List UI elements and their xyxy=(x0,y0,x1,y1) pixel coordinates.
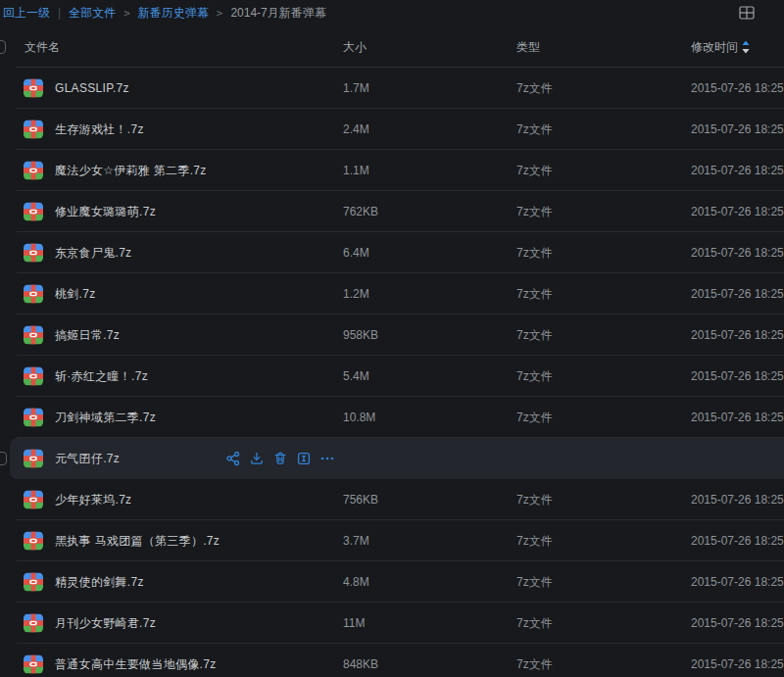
table-row[interactable]: 普通女高中生要做当地偶像.7z xyxy=(0,644,784,677)
table-row[interactable]: 斩·赤红之瞳！.7z xyxy=(0,356,784,397)
file-name[interactable]: 生存游戏社！.7z xyxy=(55,121,144,138)
archive-parcel-icon xyxy=(24,203,43,221)
file-type: 7z文件 xyxy=(516,245,553,262)
more-icon[interactable] xyxy=(319,451,335,466)
file-name[interactable]: 桃剑.7z xyxy=(55,286,96,303)
file-name[interactable]: 魔法少女☆伊莉雅 第二季.7z xyxy=(55,163,207,179)
file-modified: 2015-07-26 18:25 xyxy=(691,164,784,177)
archive-parcel-icon xyxy=(24,409,43,427)
row-checkbox[interactable] xyxy=(0,452,7,465)
file-list: GLASSLIP.7z xyxy=(0,68,784,677)
column-header-name[interactable]: 文件名 xyxy=(24,38,60,55)
file-type: 7z文件 xyxy=(516,368,553,385)
archive-parcel-icon xyxy=(24,244,43,263)
archive-parcel-icon xyxy=(24,285,43,304)
archive-parcel-icon xyxy=(24,655,43,674)
file-modified: 2015-07-26 18:25 xyxy=(691,534,784,548)
archive-parcel-icon xyxy=(24,162,43,180)
file-name[interactable]: 精灵使的剑舞.7z xyxy=(55,574,144,591)
file-name[interactable]: 元气囝仔.7z xyxy=(55,451,120,467)
file-size: 1.1M xyxy=(343,164,369,177)
file-name[interactable]: 修业魔女璐璐萌.7z xyxy=(55,204,156,220)
table-row[interactable]: 搞姬日常.7z xyxy=(0,314,784,356)
table-row[interactable]: 魔法少女☆伊莉雅 第二季.7z xyxy=(0,150,784,191)
file-modified: 2015-07-26 18:25 xyxy=(691,575,784,589)
table-row[interactable]: 东京食尸鬼.7z xyxy=(0,232,784,273)
download-icon[interactable] xyxy=(249,451,265,466)
breadcrumb-all-files[interactable]: 全部文件 xyxy=(69,5,116,22)
back-link[interactable]: 回上一级 xyxy=(3,5,50,22)
archive-parcel-icon xyxy=(24,573,43,592)
breadcrumb-divider: | xyxy=(58,6,61,20)
file-name[interactable]: 搞姬日常.7z xyxy=(55,327,120,344)
select-all-checkbox[interactable] xyxy=(0,40,6,54)
row-actions xyxy=(225,451,335,466)
file-modified: 2015-07-26 18:25 xyxy=(691,493,784,507)
archive-parcel-icon xyxy=(24,614,43,633)
file-name[interactable]: 普通女高中生要做当地偶像.7z xyxy=(55,656,217,673)
column-header-modified[interactable]: 修改时间 xyxy=(691,38,738,55)
file-size: 1.7M xyxy=(343,81,369,95)
file-size: 762KB xyxy=(343,205,378,218)
delete-icon[interactable] xyxy=(272,451,288,466)
file-name[interactable]: 刀剑神域第二季.7z xyxy=(55,410,156,426)
file-size: 4.8M xyxy=(343,575,369,589)
table-row[interactable]: 少年好莱坞.7z xyxy=(0,479,784,520)
file-type: 7z文件 xyxy=(516,163,553,179)
file-name[interactable]: 黑执事 马戏团篇（第三季）.7z xyxy=(55,533,220,550)
table-row[interactable]: 元气囝仔.7z xyxy=(0,438,784,479)
grid-view-icon[interactable] xyxy=(739,6,755,20)
file-size: 756KB xyxy=(343,493,378,507)
file-size: 5.4M xyxy=(343,369,369,383)
file-size: 3.7M xyxy=(343,534,369,548)
file-modified: 2015-07-26 18:25 xyxy=(691,369,784,383)
file-type: 7z文件 xyxy=(516,286,553,303)
file-modified: 2015-07-26 18:25 xyxy=(691,122,784,136)
file-type: 7z文件 xyxy=(516,492,553,508)
sort-arrows-icon[interactable] xyxy=(742,40,750,53)
file-name[interactable]: 东京食尸鬼.7z xyxy=(55,245,131,262)
rename-icon[interactable] xyxy=(296,451,312,466)
file-modified: 2015-07-26 18:25 xyxy=(691,287,784,301)
file-name[interactable]: 斩·赤红之瞳！.7z xyxy=(55,368,148,385)
file-type: 7z文件 xyxy=(516,533,553,550)
archive-parcel-icon xyxy=(24,121,43,139)
table-row[interactable]: 精灵使的剑舞.7z xyxy=(0,561,784,603)
file-modified: 2015-07-26 18:25 xyxy=(691,328,784,342)
file-name[interactable]: 少年好莱坞.7z xyxy=(55,492,131,508)
table-row[interactable]: GLASSLIP.7z xyxy=(0,68,784,109)
breadcrumb-caret-icon: > xyxy=(217,7,223,20)
breadcrumb-folder[interactable]: 新番历史弹幕 xyxy=(138,5,209,22)
breadcrumb-caret-icon: > xyxy=(123,7,130,20)
file-size: 6.4M xyxy=(343,246,369,260)
file-modified: 2015-07-26 18:25 xyxy=(691,205,784,218)
file-size: 11M xyxy=(343,616,365,630)
file-size: 2.4M xyxy=(343,122,369,136)
column-header-type[interactable]: 类型 xyxy=(516,38,540,55)
table-header: 文件名 大小 类型 修改时间 xyxy=(0,25,784,68)
file-size: 958KB xyxy=(343,328,378,342)
file-manager: 回上一级 | 全部文件 > 新番历史弹幕 > 2014-7月新番弹幕 文件名 大… xyxy=(0,0,784,677)
file-type: 7z文件 xyxy=(516,410,553,426)
table-row[interactable]: 刀剑神域第二季.7z xyxy=(0,397,784,438)
column-header-size[interactable]: 大小 xyxy=(343,38,367,55)
table-row[interactable]: 黑执事 马戏团篇（第三季）.7z xyxy=(0,520,784,561)
table-row[interactable]: 月刊少女野崎君.7z xyxy=(0,603,784,644)
table-row[interactable]: 生存游戏社！.7z xyxy=(0,109,784,150)
breadcrumb-current-folder: 2014-7月新番弹幕 xyxy=(230,5,325,22)
table-row[interactable]: 修业魔女璐璐萌.7z xyxy=(0,191,784,232)
archive-parcel-icon xyxy=(24,532,43,551)
file-type: 7z文件 xyxy=(516,656,553,673)
archive-parcel-icon xyxy=(24,79,43,98)
file-modified: 2015-07-26 18:25 xyxy=(691,616,784,630)
table-row[interactable]: 桃剑.7z xyxy=(0,273,784,314)
file-modified: 2015-07-26 18:25 xyxy=(691,657,784,671)
file-type: 7z文件 xyxy=(516,574,553,591)
file-type: 7z文件 xyxy=(516,327,553,344)
archive-parcel-icon xyxy=(24,491,43,509)
archive-parcel-icon xyxy=(24,326,43,345)
file-name[interactable]: GLASSLIP.7z xyxy=(55,81,129,95)
share-icon[interactable] xyxy=(225,451,241,466)
file-name[interactable]: 月刊少女野崎君.7z xyxy=(55,615,156,632)
file-modified: 2015-07-26 18:25 xyxy=(691,246,784,260)
